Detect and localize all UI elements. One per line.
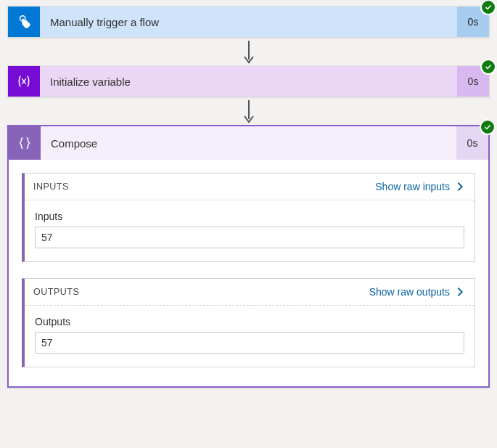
chevron-right-icon (454, 181, 466, 192)
compose-header[interactable]: Compose 0s (9, 126, 488, 160)
compose-card[interactable]: Compose 0s INPUTS Show raw inputs Inputs (7, 125, 490, 388)
show-raw-outputs-link[interactable]: Show raw outputs (369, 286, 466, 298)
inputs-section-title: INPUTS (33, 182, 69, 192)
outputs-field-label: Outputs (35, 316, 464, 327)
show-raw-outputs-label: Show raw outputs (369, 286, 450, 298)
outputs-field-value: 57 (35, 332, 464, 354)
outputs-section-title: OUTPUTS (33, 287, 79, 297)
show-raw-inputs-link[interactable]: Show raw inputs (375, 181, 466, 192)
compose-title: Compose (41, 126, 456, 160)
connector-arrow (7, 38, 490, 65)
initialize-variable-card[interactable]: Initialize variable 0s (7, 65, 490, 97)
inputs-field-value: 57 (35, 227, 464, 248)
success-badge-icon (480, 119, 496, 135)
variable-fx-icon (8, 66, 40, 97)
chevron-right-icon (454, 286, 466, 298)
success-badge-icon (480, 59, 496, 75)
outputs-panel: OUTPUTS Show raw outputs Outputs 57 (22, 278, 475, 367)
compose-body: INPUTS Show raw inputs Inputs 57 OUTPUTS… (9, 160, 488, 386)
touch-icon (8, 7, 40, 37)
inputs-field-label: Inputs (35, 211, 464, 222)
show-raw-inputs-label: Show raw inputs (375, 181, 450, 192)
success-badge-icon (480, 0, 496, 15)
trigger-card[interactable]: Manually trigger a flow 0s (7, 6, 490, 38)
variable-title: Initialize variable (40, 66, 457, 97)
inputs-panel: INPUTS Show raw inputs Inputs 57 (22, 173, 475, 262)
trigger-title: Manually trigger a flow (40, 7, 457, 37)
connector-arrow (7, 97, 490, 125)
compose-braces-icon (9, 126, 41, 160)
